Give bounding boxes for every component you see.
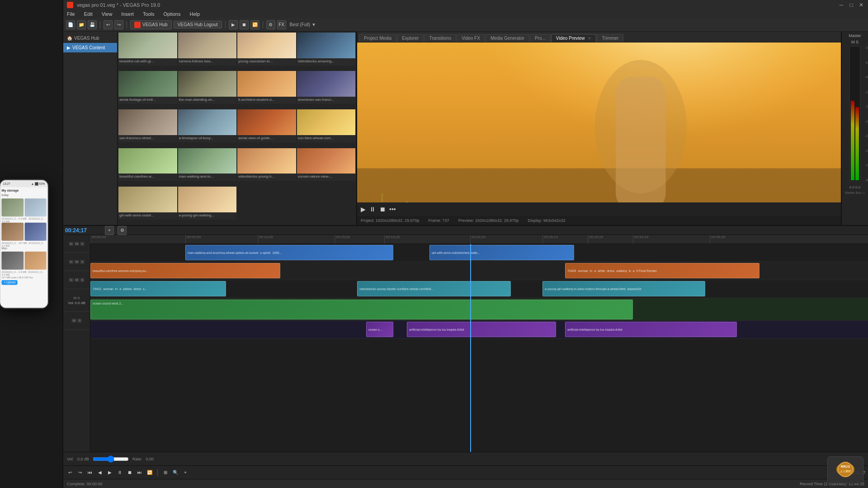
vol-slider[interactable] (93, 455, 129, 463)
list-item[interactable]: ocean sound wind 2... (90, 300, 633, 319)
list-item[interactable]: beautiful-cat-with-gr... (118, 33, 177, 66)
fx-btn[interactable]: FX (277, 20, 286, 29)
audio2-m-btn[interactable]: M (71, 319, 76, 323)
bt-play-rev[interactable]: ◀ (96, 469, 104, 477)
tl-add-btn[interactable]: + (105, 226, 114, 235)
track3-m-btn[interactable]: M (75, 278, 80, 282)
list-item[interactable]: a-young-girl-walking-in-slow-motion-thro… (542, 281, 705, 296)
list-item[interactable]: videoblocks-young-h... (237, 148, 296, 181)
track2-m-btn[interactable]: M (75, 260, 80, 264)
list-item[interactable]: sun-flare-wheat-com... (297, 109, 356, 142)
undo-btn[interactable]: ↩ (104, 20, 113, 29)
list-item[interactable]: a-young-girl-walking... (178, 187, 237, 220)
bt-play[interactable]: ▶ (106, 469, 114, 477)
bt-redo[interactable]: ↪ (76, 469, 84, 477)
phone-thumb-sf[interactable] (1, 223, 23, 241)
preview-pause-btn[interactable]: ⏸ (369, 206, 376, 213)
track3-s-btn[interactable]: S (80, 278, 84, 282)
list-item[interactable]: aerial-footage-of-troll... (118, 71, 177, 104)
phone-upload-btn[interactable]: + Upload (1, 280, 17, 285)
maximize-btn[interactable]: □ (848, 2, 854, 8)
list-item[interactable]: the-man-standing-on... (178, 71, 237, 104)
list-item[interactable]: man-walking-and-touching-wheat-spikes-at… (185, 245, 393, 260)
tab-project-media[interactable]: Project Media (359, 34, 396, 42)
phone-thumb-city[interactable] (24, 223, 46, 241)
timeline-playhead[interactable] (470, 244, 471, 452)
preview-stop-btn[interactable]: ⏹ (379, 206, 386, 213)
open-btn[interactable]: 📁 (77, 20, 86, 29)
bt-snap[interactable]: ⊞ (161, 469, 170, 477)
menu-view[interactable]: View (100, 11, 114, 17)
bt-loop[interactable]: 🔁 (146, 469, 154, 477)
bt-prev-frame[interactable]: ⏮ (86, 469, 94, 477)
audio2-s-btn[interactable]: S (77, 319, 81, 323)
track-fx-btn[interactable]: fx (69, 242, 73, 246)
bt-zoom-out[interactable]: 🔍 (171, 469, 179, 477)
menu-tools[interactable]: Tools (141, 11, 156, 17)
list-item[interactable]: girl-with-arms-outstretched-walki... (429, 245, 574, 260)
sidebar-vegas-hub[interactable]: 🏠 VEGAS Hub (63, 33, 117, 43)
phone-thumb-people[interactable] (24, 252, 46, 270)
list-item[interactable]: aerial-view-of-golde... (237, 109, 296, 142)
list-item[interactable]: man-walking-and-to... (178, 148, 237, 181)
track2-s-btn[interactable]: S (80, 260, 84, 264)
list-item[interactable]: downtown-san-franci... (297, 71, 356, 104)
vegas-hub-btn[interactable]: VEGAS Hub (130, 20, 172, 29)
menu-insert[interactable]: Insert (119, 11, 136, 17)
list-item[interactable]: a-timelapse-of-busy... (178, 109, 237, 142)
list-item[interactable]: 79421_woman_in_a_yellow_dress_s... (90, 281, 226, 296)
media-grid-area[interactable]: beautiful-cat-with-gr... camera-follows-… (118, 32, 356, 225)
logout-btn[interactable]: VEGAS Hub Logout (174, 21, 222, 28)
list-item[interactable]: ocean s... (366, 322, 393, 337)
list-item[interactable]: videoblocks-amazing... (297, 33, 356, 66)
track-s-btn[interactable]: S (80, 242, 84, 246)
tab-pro[interactable]: Pro... (530, 34, 551, 42)
preview-more-btn[interactable]: ••• (389, 206, 396, 213)
new-btn[interactable]: 📄 (66, 20, 75, 29)
list-item[interactable]: girl-with-arms-outstr... (118, 187, 177, 220)
save-btn[interactable]: 💾 (88, 20, 97, 29)
loop-btn[interactable]: 🔁 (250, 20, 259, 29)
title-bar-controls[interactable]: ─ □ ✕ (838, 2, 864, 8)
menu-file[interactable]: File (65, 11, 77, 17)
redo-btn[interactable]: ↪ (114, 20, 123, 29)
bt-undo[interactable]: ↩ (66, 469, 74, 477)
list-item[interactable]: san-francisco-street... (118, 109, 177, 142)
settings-btn[interactable]: ⚙ (266, 20, 275, 29)
tl-settings-btn[interactable]: ⚙ (118, 226, 127, 235)
list-item[interactable]: videoblocks-young-hipster-sunflare-wheat… (357, 281, 511, 296)
preview-play-btn[interactable]: ▶ (361, 206, 366, 213)
bt-zoom-in[interactable]: + (181, 469, 189, 477)
list-item[interactable]: 6-architect-student-d... (237, 71, 296, 104)
timeline-content[interactable]: 00:00;00 00:05;00 00:10;00 00:15;00 00:1… (90, 235, 868, 452)
sidebar-vegas-content[interactable]: ▶ VEGAS Content (63, 43, 117, 52)
list-item[interactable]: artificial-intelligence by lux-inspira A… (407, 322, 556, 337)
menu-edit[interactable]: Edit (82, 11, 94, 17)
list-item[interactable]: artificial-intelligence by lux-inspira A… (565, 322, 737, 337)
tab-video-fx[interactable]: Video FX (457, 34, 485, 42)
tab-trimmer[interactable]: Trimmer (597, 34, 623, 42)
tab-explorer[interactable]: Explorer (397, 34, 424, 42)
list-item[interactable]: beautiful-carefree-woman-enjoying-su... (90, 263, 280, 278)
bt-stop[interactable]: ⏹ (126, 469, 134, 477)
bt-pause[interactable]: ⏸ (116, 469, 124, 477)
menu-help[interactable]: Help (188, 11, 202, 17)
track3-fx-btn[interactable]: fx (69, 278, 73, 282)
list-item[interactable]: sunset-nature-view-... (297, 148, 356, 181)
phone-thumb-cat[interactable] (1, 198, 23, 216)
menu-options[interactable]: Options (162, 11, 183, 17)
tab-video-preview[interactable]: Video Preview ✕ (551, 34, 597, 42)
list-item[interactable]: beautiful-carefree-w... (118, 148, 177, 181)
minimize-btn[interactable]: ─ (838, 2, 844, 8)
phone-thumb-cloud[interactable] (24, 198, 46, 216)
play-btn[interactable]: ▶ (229, 20, 238, 29)
list-item[interactable]: camera-follows-bea... (178, 33, 237, 66)
tab-media-gen[interactable]: Media Generator (486, 34, 529, 42)
list-item[interactable]: young-caucasian-to... (237, 33, 296, 66)
quality-select[interactable]: Best (Full) ▼ (288, 22, 318, 27)
phone-thumb-wolf[interactable] (1, 252, 23, 270)
list-item[interactable]: 70405_woman_in_a_white_dress_walking_in_… (565, 263, 760, 278)
tab-transitions[interactable]: Transitions (424, 34, 456, 42)
stop-btn[interactable]: ⏹ (240, 20, 249, 29)
track-m-btn[interactable]: M (75, 242, 80, 246)
